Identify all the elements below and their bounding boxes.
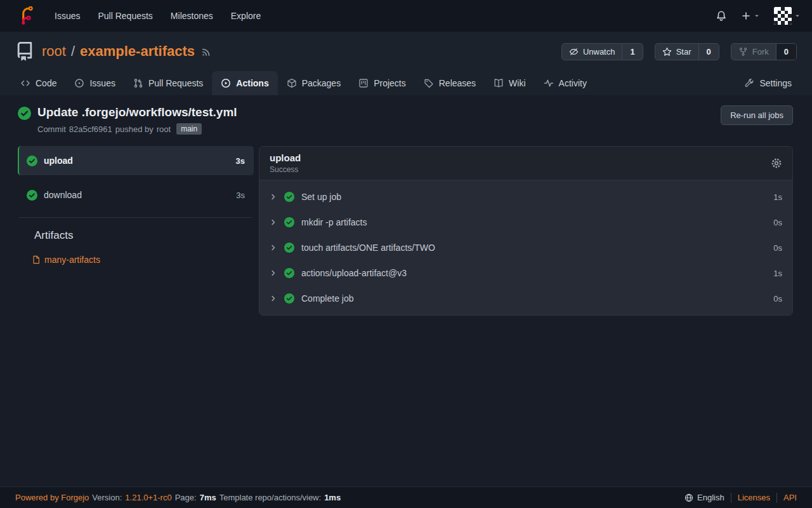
forks-count[interactable]: 0	[776, 44, 796, 60]
job-detail-panel: upload Success Set up job 1s mkdir -p	[259, 146, 793, 316]
user-menu[interactable]	[774, 7, 801, 25]
tools-icon	[744, 78, 754, 88]
footer-divider	[776, 493, 777, 503]
book-icon	[494, 78, 504, 88]
tab-activity[interactable]: Activity	[535, 71, 596, 95]
check-circle-icon	[284, 217, 294, 227]
repo-tabs: Code Issues Pull Requests Actions Packag…	[0, 67, 812, 95]
job-item-upload[interactable]: upload 3s	[18, 146, 254, 175]
tab-settings[interactable]: Settings	[735, 71, 801, 95]
chevron-right-icon	[270, 218, 277, 226]
pull-request-icon	[133, 78, 143, 88]
commit-sha-link[interactable]: 82a5cf6961	[69, 124, 112, 134]
watchers-count[interactable]: 1	[622, 44, 642, 60]
breadcrumb: root / example-artifacts	[42, 43, 195, 60]
nav-issues[interactable]: Issues	[46, 4, 89, 27]
check-circle-icon	[27, 190, 37, 201]
package-icon	[287, 78, 297, 88]
step-row-complete-job[interactable]: Complete job 0s	[259, 286, 792, 311]
avatar	[774, 7, 792, 25]
run-header: Update .forgejo/workflows/test.yml Commi…	[18, 105, 793, 135]
tab-packages[interactable]: Packages	[278, 71, 350, 95]
step-row-upload-artifact[interactable]: actions/upload-artifact@v3 1s	[259, 260, 792, 286]
fork-button[interactable]: Fork	[731, 44, 776, 60]
powered-by-link[interactable]: Powered by Forgejo	[15, 493, 89, 502]
run-title: Update .forgejo/workflows/test.yml	[37, 105, 237, 119]
unwatch-button[interactable]: Unwatch	[562, 44, 622, 60]
chevron-right-icon	[270, 193, 277, 201]
job-detail-header: upload Success	[259, 147, 792, 180]
repo-action-buttons: Unwatch 1 Star 0	[561, 43, 797, 60]
pulse-icon	[544, 78, 554, 88]
step-duration: 0s	[773, 218, 782, 227]
sidebar-divider	[19, 217, 252, 218]
job-detail-name: upload	[270, 152, 301, 163]
star-icon	[662, 47, 672, 57]
star-label: Star	[676, 47, 691, 57]
create-new-button[interactable]	[741, 11, 760, 21]
repo-name-link[interactable]: example-artifacts	[80, 43, 195, 60]
forgejo-logo-icon[interactable]	[18, 6, 37, 25]
repo-owner-link[interactable]: root	[42, 43, 66, 60]
tab-pull-requests[interactable]: Pull Requests	[124, 71, 212, 95]
step-duration: 1s	[773, 192, 782, 202]
tab-projects[interactable]: Projects	[350, 71, 415, 95]
file-icon	[32, 255, 41, 264]
commit-label: Commit	[37, 124, 66, 134]
top-navbar: Issues Pull Requests Milestones Explore	[0, 0, 812, 32]
check-circle-icon	[284, 243, 294, 253]
step-row-setup-job[interactable]: Set up job 1s	[259, 184, 792, 210]
chevron-down-icon	[794, 13, 801, 19]
unwatch-label: Unwatch	[583, 47, 615, 57]
play-circle-icon	[221, 78, 231, 88]
fork-label: Fork	[752, 47, 769, 57]
project-board-icon	[358, 78, 369, 88]
tab-wiki[interactable]: Wiki	[485, 71, 534, 95]
api-link[interactable]: API	[783, 493, 797, 502]
eye-off-icon	[569, 47, 579, 57]
commit-author-link[interactable]: root	[157, 124, 171, 134]
star-button-group: Star 0	[655, 43, 719, 60]
tab-code[interactable]: Code	[11, 71, 65, 95]
template-label: Template repo/actions/view:	[219, 493, 321, 502]
repo-book-icon	[15, 42, 34, 61]
language-selector[interactable]: English	[684, 493, 724, 502]
fork-button-group: Fork 0	[731, 43, 797, 60]
job-item-download[interactable]: download 3s	[18, 180, 254, 210]
nav-explore[interactable]: Explore	[222, 4, 270, 27]
steps-list: Set up job 1s mkdir -p artifacts 0s touc…	[259, 180, 792, 315]
page-time: 7ms	[200, 493, 216, 502]
job-duration: 3s	[236, 156, 245, 166]
tab-issues[interactable]: Issues	[65, 71, 124, 95]
nav-milestones[interactable]: Milestones	[162, 4, 222, 27]
step-duration: 1s	[773, 269, 782, 278]
rss-icon[interactable]	[201, 46, 212, 57]
job-duration: 3s	[236, 190, 245, 200]
fork-icon	[738, 47, 748, 57]
chevron-right-icon	[270, 269, 277, 277]
tab-actions[interactable]: Actions	[212, 71, 277, 95]
artifact-link-many-artifacts[interactable]: many-artifacts	[32, 255, 254, 265]
plus-icon	[741, 11, 751, 21]
gear-icon[interactable]	[771, 157, 782, 169]
globe-icon	[684, 493, 693, 502]
step-row-mkdir[interactable]: mkdir -p artifacts 0s	[259, 210, 792, 235]
branch-badge[interactable]: main	[176, 123, 202, 135]
unwatch-button-group: Unwatch 1	[561, 43, 643, 60]
repo-header-section: root / example-artifacts Unwatch 1	[0, 32, 812, 95]
version-link[interactable]: 1.21.0+1-rc0	[125, 493, 171, 502]
rerun-all-jobs-button[interactable]: Re-run all jobs	[721, 105, 793, 125]
tag-icon	[424, 78, 434, 88]
star-button[interactable]: Star	[655, 44, 698, 60]
chevron-right-icon	[270, 244, 277, 251]
jobs-sidebar: upload 3s download 3s Artifacts many-art…	[18, 146, 254, 316]
bell-icon[interactable]	[716, 10, 727, 22]
nav-pull-requests[interactable]: Pull Requests	[89, 4, 161, 27]
licenses-link[interactable]: Licenses	[738, 493, 770, 502]
tab-releases[interactable]: Releases	[415, 71, 485, 95]
footer: Powered by Forgejo Version: 1.21.0+1-rc0…	[0, 486, 812, 508]
pushed-by-label: pushed by	[115, 124, 154, 134]
step-row-touch[interactable]: touch artifacts/ONE artifacts/TWO 0s	[259, 235, 792, 260]
stars-count[interactable]: 0	[698, 44, 719, 60]
step-duration: 0s	[773, 294, 782, 304]
